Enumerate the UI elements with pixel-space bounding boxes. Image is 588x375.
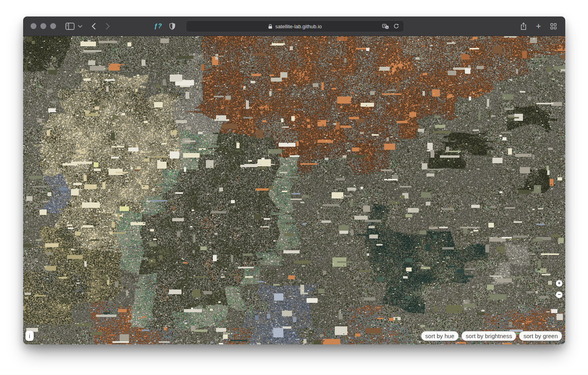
forward-button[interactable] — [106, 23, 110, 29]
sidebar-toggle-button[interactable] — [65, 23, 74, 30]
sidebar-icon — [65, 23, 74, 30]
sort-by-brightness-button[interactable]: sort by brightness — [461, 331, 516, 341]
browser-window: ƒ? satellite-lab.github.io — [23, 16, 565, 344]
minimize-button[interactable] — [40, 23, 46, 29]
chevron-left-icon — [92, 23, 96, 29]
zoom-controls: + − — [556, 280, 563, 298]
info-button[interactable]: i — [25, 331, 34, 341]
address-bar[interactable]: satellite-lab.github.io — [186, 20, 404, 32]
satellite-map-canvas[interactable] — [23, 36, 565, 344]
privacy-report-button[interactable] — [169, 23, 175, 30]
reload-button[interactable] — [394, 24, 399, 29]
share-icon — [521, 22, 526, 30]
svg-text:a: a — [386, 25, 388, 28]
function-question-icon: ƒ? — [154, 23, 162, 30]
window-controls — [31, 23, 56, 29]
sort-by-hue-button[interactable]: sort by hue — [421, 331, 459, 341]
fullscreen-button[interactable] — [50, 23, 56, 29]
sort-buttons-row: sort by hue sort by brightness sort by g… — [421, 331, 562, 341]
new-tab-button[interactable]: + — [536, 16, 541, 36]
navigation-cluster — [65, 16, 110, 36]
extension-button[interactable]: ƒ? — [154, 23, 162, 30]
sidebar-menu-button[interactable] — [78, 25, 82, 28]
screenshot-background: ƒ? satellite-lab.github.io — [0, 0, 588, 375]
translate-button[interactable]: A a — [382, 24, 389, 29]
lock-icon — [268, 24, 272, 29]
shield-icon — [169, 23, 175, 30]
share-button[interactable] — [521, 22, 526, 30]
browser-titlebar: ƒ? satellite-lab.github.io — [23, 16, 565, 36]
toolbar-right-cluster: + — [521, 16, 557, 36]
plus-icon: + — [536, 16, 541, 36]
back-button[interactable] — [92, 23, 96, 29]
chevron-right-icon — [106, 23, 110, 29]
zoom-in-button[interactable]: + — [556, 280, 563, 287]
tab-overview-button[interactable] — [550, 23, 557, 29]
url-text: satellite-lab.github.io — [275, 24, 322, 29]
zoom-out-button[interactable]: − — [556, 291, 563, 298]
extension-cluster: ƒ? — [154, 16, 175, 36]
page-content: i + − sort by hue sort by brightness sor… — [23, 36, 565, 344]
sort-by-green-button[interactable]: sort by green — [519, 331, 562, 341]
svg-text:A: A — [383, 24, 385, 27]
address-bar-actions: A a — [382, 20, 403, 32]
translate-icon: A a — [382, 24, 389, 29]
close-button[interactable] — [31, 23, 36, 29]
reload-icon — [394, 24, 399, 29]
chevron-down-icon — [78, 25, 82, 28]
tab-grid-icon — [550, 23, 557, 29]
